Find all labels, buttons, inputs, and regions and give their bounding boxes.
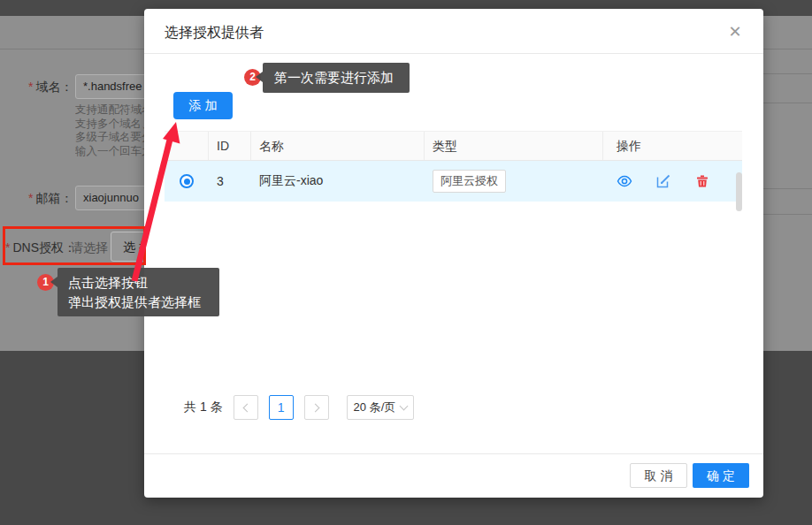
chevron-right-icon	[310, 403, 319, 412]
radio-column-header	[165, 132, 209, 160]
current-page-button[interactable]: 1	[269, 395, 294, 420]
row-actions-cell	[603, 173, 735, 189]
domain-tip-line: 支持通配符域名	[75, 103, 144, 118]
confirm-button[interactable]: 确 定	[693, 463, 749, 488]
radio-selected[interactable]	[180, 174, 194, 188]
edit-icon[interactable]	[655, 173, 671, 189]
screen: *域名： *.handsfree 支持通配符域名 支持多个域名、 多级子域名要分…	[0, 0, 812, 525]
page-size-select[interactable]: 20 条/页	[347, 395, 414, 420]
domain-tip-line: 多级子域名要分	[75, 131, 144, 145]
add-provider-button[interactable]: 添 加	[173, 92, 233, 119]
pagination: 共 1 条 1 20 条/页	[184, 395, 414, 420]
background-row-divider	[763, 103, 812, 103]
tooltip-notch	[50, 277, 57, 287]
footer-divider	[144, 453, 763, 454]
step2-tooltip: 第一次需要进行添加	[263, 63, 410, 93]
domain-tip-line: 支持多个域名、	[75, 118, 144, 132]
chevron-left-icon	[242, 403, 251, 412]
close-icon[interactable]: ✕	[724, 21, 746, 42]
row-name-cell: 阿里云-xiao	[251, 173, 425, 189]
highlight-rectangle	[3, 226, 146, 265]
radio-dot	[184, 179, 190, 185]
provider-table: ID 名称 类型 操作 3 阿里云-xiao 阿里云授权	[165, 131, 742, 202]
delete-icon[interactable]	[694, 173, 710, 189]
background-row-divider	[763, 214, 812, 215]
step1-tooltip: 点击选择按钮 弹出授权提供者选择框	[57, 268, 219, 316]
domain-tip-line: 输入一个回车之	[75, 145, 144, 159]
tooltip-notch	[256, 72, 263, 82]
modal-title: 选择授权提供者	[165, 24, 264, 42]
table-row[interactable]: 3 阿里云-xiao 阿里云授权	[165, 161, 742, 202]
column-header-actions: 操作	[603, 132, 735, 160]
table-header-row: ID 名称 类型 操作	[165, 131, 742, 161]
column-header-type: 类型	[425, 132, 603, 160]
step1-tooltip-line1: 点击选择按钮	[68, 273, 209, 293]
row-type-cell: 阿里云授权	[425, 170, 603, 193]
domain-label: *域名：	[28, 80, 73, 95]
chevron-down-icon	[399, 402, 408, 411]
row-id-cell: 3	[209, 174, 251, 188]
cancel-button[interactable]: 取 消	[630, 463, 687, 488]
required-asterisk: *	[28, 80, 33, 94]
table-scrollbar-thumb[interactable]	[736, 172, 742, 211]
column-header-id: ID	[209, 132, 251, 160]
background-row-divider	[763, 188, 812, 189]
prev-page-button[interactable]	[234, 395, 258, 420]
column-header-name: 名称	[251, 132, 425, 160]
domain-input[interactable]: *.handsfree	[75, 74, 155, 99]
row-radio-cell	[165, 174, 209, 188]
select-provider-modal: 选择授权提供者 ✕ 添 加 ID 名称 类型 操作 3 阿里云-xiao 阿里云…	[144, 9, 763, 498]
required-asterisk: *	[28, 191, 33, 205]
email-label: *邮箱：	[28, 191, 73, 207]
step1-tooltip-line2: 弹出授权提供者选择框	[68, 293, 209, 312]
next-page-button[interactable]	[304, 395, 329, 420]
type-tag: 阿里云授权	[433, 170, 506, 193]
domain-tips: 支持通配符域名 支持多个域名、 多级子域名要分 输入一个回车之	[75, 103, 144, 158]
pagination-total: 共 1 条	[184, 399, 223, 415]
view-icon[interactable]	[617, 173, 632, 189]
page-size-value: 20 条/页	[354, 399, 396, 415]
modal-header: 选择授权提供者 ✕	[144, 9, 763, 54]
step2-tooltip-text: 第一次需要进行添加	[274, 70, 394, 85]
background-row-divider	[763, 73, 812, 74]
email-input[interactable]: xiaojunnuo	[75, 186, 155, 210]
